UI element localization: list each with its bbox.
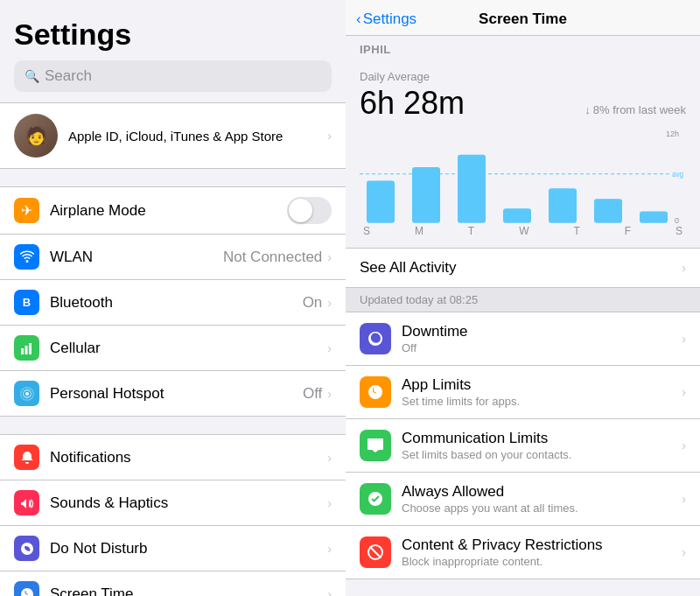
feature-row-always-allowed[interactable]: Always Allowed Choose apps you want at a… — [346, 473, 700, 526]
wlan-label: WLAN — [50, 249, 223, 266]
settings-row-screentime[interactable]: Screen Time › — [0, 571, 346, 596]
notifications-icon — [14, 445, 39, 470]
svg-rect-1 — [24, 346, 27, 354]
bluetooth-value: On — [303, 294, 323, 312]
feature-row-comm-limits[interactable]: Communication Limits Set limits based on… — [346, 419, 700, 473]
chart-area: 12h 0 avg — [346, 129, 700, 244]
svg-rect-14 — [640, 212, 668, 223]
donotdisturb-label: Do Not Disturb — [50, 540, 327, 557]
settings-row-bluetooth[interactable]: B Bluetooth On › — [0, 280, 346, 326]
chevron-right-icon: › — [682, 385, 686, 399]
svg-rect-13 — [594, 199, 622, 223]
chevron-right-icon: › — [682, 332, 686, 346]
nav-bar: ‹ Settings Screen Time — [346, 0, 700, 36]
apple-id-label: Apple ID, iCloud, iTunes & App Store — [68, 129, 327, 144]
wlan-value: Not Connected — [223, 249, 322, 266]
chevron-right-icon: › — [327, 296, 332, 310]
cellular-label: Cellular — [50, 340, 327, 357]
screentime-label: Screen Time — [50, 585, 327, 597]
svg-text:0: 0 — [675, 214, 679, 225]
downtime-text: Downtime Off — [402, 323, 682, 354]
screentime-icon — [14, 581, 39, 596]
see-all-row[interactable]: See All Activity › — [346, 248, 700, 288]
settings-group-1: ✈ Airplane Mode WLAN Not Connected › B B… — [0, 186, 346, 417]
settings-row-hotspot[interactable]: Personal Hotspot Off › — [0, 371, 346, 416]
chevron-right-icon: › — [327, 250, 332, 264]
svg-point-3 — [25, 392, 29, 396]
comm-limits-title: Communication Limits — [402, 430, 682, 447]
svg-rect-9 — [412, 167, 440, 223]
feature-group: Downtime Off › App Limits Set time limit… — [346, 312, 700, 579]
update-info: Updated today at 08:25 — [346, 288, 700, 312]
chevron-right-icon: › — [327, 387, 332, 401]
chevron-right-icon: › — [327, 341, 332, 355]
wlan-icon — [14, 244, 39, 270]
svg-text:avg: avg — [672, 170, 683, 179]
always-allowed-text: Always Allowed Choose apps you want at a… — [402, 483, 682, 515]
left-panel: Settings 🔍 Search 🧑 Apple ID, iCloud, iT… — [0, 0, 346, 596]
svg-line-16 — [370, 547, 382, 558]
comm-limits-subtitle: Set limits based on your contacts. — [402, 448, 682, 461]
comm-limits-text: Communication Limits Set limits based on… — [402, 430, 682, 461]
content-privacy-title: Content & Privacy Restrictions — [402, 536, 682, 554]
app-limits-text: App Limits Set time limits for apps. — [402, 376, 682, 408]
svg-rect-0 — [21, 348, 24, 354]
settings-row-airplane[interactable]: ✈ Airplane Mode — [0, 187, 346, 235]
chevron-right-icon: › — [682, 261, 686, 275]
day-label: S — [676, 225, 682, 237]
cellular-icon — [14, 335, 39, 361]
daily-avg-label: Daily Average — [360, 70, 686, 83]
chevron-right-icon: › — [327, 451, 332, 465]
daily-avg-value: 6h 28m — [360, 85, 465, 122]
back-button[interactable]: ‹ Settings — [356, 11, 416, 28]
feature-row-content-privacy[interactable]: Content & Privacy Restrictions Block ina… — [346, 526, 700, 578]
svg-rect-10 — [458, 155, 486, 223]
comm-limits-icon — [360, 430, 391, 461]
chevron-right-icon: › — [327, 129, 332, 143]
settings-row-wlan[interactable]: WLAN Not Connected › — [0, 235, 346, 280]
sounds-label: Sounds & Haptics — [50, 494, 327, 512]
chevron-right-icon: › — [327, 587, 332, 597]
chevron-right-icon: › — [682, 492, 686, 506]
avatar: 🧑 — [14, 114, 58, 158]
always-allowed-icon — [360, 483, 391, 515]
downtime-icon — [360, 323, 391, 354]
day-label: M — [415, 225, 424, 237]
passcode-link[interactable]: Change Screen Time Passcode — [346, 579, 700, 596]
svg-rect-8 — [367, 180, 395, 222]
chart-days: S M T W T F S — [360, 225, 686, 237]
chevron-right-icon: › — [682, 438, 686, 452]
app-limits-icon — [360, 376, 391, 408]
settings-title: Settings — [0, 0, 346, 60]
downtime-subtitle: Off — [402, 341, 682, 354]
airplane-label: Airplane Mode — [50, 202, 287, 220]
feature-row-app-limits[interactable]: App Limits Set time limits for apps. › — [346, 366, 700, 419]
svg-rect-12 — [549, 188, 577, 223]
settings-row-donotdisturb[interactable]: Do Not Disturb › — [0, 526, 346, 571]
see-all-label: See All Activity — [360, 259, 682, 277]
day-label: F — [625, 225, 631, 237]
chevron-right-icon: › — [327, 496, 332, 510]
chevron-left-icon: ‹ — [356, 11, 361, 28]
settings-row-cellular[interactable]: Cellular › — [0, 326, 346, 371]
chevron-right-icon: › — [327, 542, 332, 556]
app-limits-subtitle: Set time limits for apps. — [402, 395, 682, 408]
settings-row-notifications[interactable]: Notifications › — [0, 435, 346, 480]
search-bar[interactable]: 🔍 Search — [14, 60, 332, 92]
downtime-title: Downtime — [402, 323, 682, 340]
bluetooth-label: Bluetooth — [50, 294, 303, 312]
day-label: T — [573, 225, 579, 237]
feature-row-downtime[interactable]: Downtime Off › — [346, 312, 700, 366]
svg-text:12h: 12h — [666, 129, 679, 138]
content-privacy-subtitle: Block inappropriate content. — [402, 555, 682, 568]
settings-group-2: Notifications › Sounds & Haptics › Do No… — [0, 434, 346, 596]
always-allowed-title: Always Allowed — [402, 483, 682, 501]
apple-id-row[interactable]: 🧑 Apple ID, iCloud, iTunes & App Store › — [0, 102, 346, 169]
settings-row-sounds[interactable]: Sounds & Haptics › — [0, 480, 346, 526]
airplane-icon: ✈ — [14, 198, 39, 223]
donotdisturb-icon — [14, 536, 39, 561]
always-allowed-subtitle: Choose apps you want at all times. — [402, 501, 682, 515]
airplane-toggle[interactable] — [287, 197, 332, 224]
section-label: IPHIL — [346, 36, 700, 60]
back-label: Settings — [363, 11, 416, 28]
